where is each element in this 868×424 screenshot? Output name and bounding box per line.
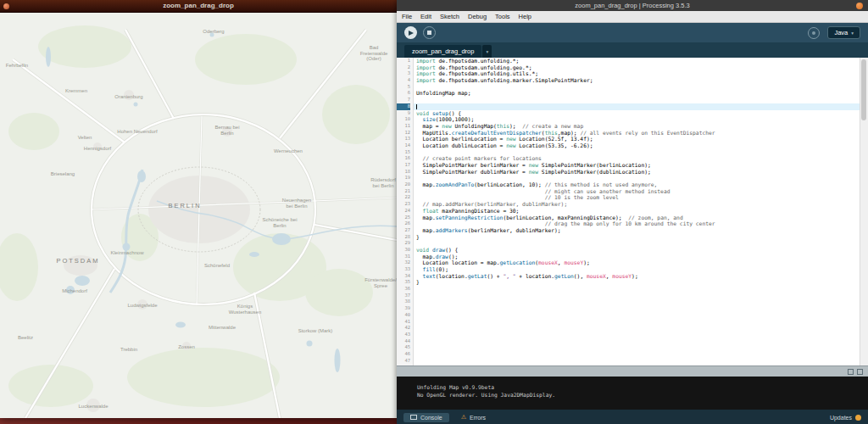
code-line[interactable] bbox=[416, 325, 860, 332]
town-label: Fehrbellin bbox=[6, 63, 28, 69]
line-number: 34 bbox=[397, 273, 410, 280]
menu-tools[interactable]: Tools bbox=[495, 13, 510, 20]
code-line[interactable]: map.addMarkers(berlinMarker, dublinMarke… bbox=[416, 227, 860, 234]
code-line[interactable] bbox=[416, 97, 860, 103]
sketch-tab[interactable]: zoom_pan_drag_drop bbox=[404, 45, 481, 58]
code-line[interactable]: void draw() { bbox=[416, 247, 860, 254]
line-number: 39 bbox=[397, 305, 410, 312]
code-line[interactable] bbox=[416, 305, 860, 312]
code-line[interactable]: map.zoomAndPanTo(berlinLocation, 10); //… bbox=[416, 181, 860, 188]
map-canvas[interactable]: OderbergBadFreienwalde(Oder)FehrbellinKr… bbox=[0, 13, 397, 418]
town-label: Bernau beiBerlin bbox=[214, 125, 239, 136]
window-close-button[interactable] bbox=[3, 3, 9, 9]
code-line[interactable] bbox=[416, 149, 860, 156]
console-collapse-icon[interactable] bbox=[857, 369, 863, 375]
code-line[interactable]: Location location = map.getLocation(mous… bbox=[416, 259, 860, 266]
run-button[interactable] bbox=[404, 26, 417, 39]
code-line[interactable]: // might can use another method instead bbox=[416, 188, 860, 195]
code-line[interactable]: SimplePointMarker berlinMarker = new Sim… bbox=[416, 162, 860, 169]
line-number: 30 bbox=[397, 247, 410, 254]
code-editor[interactable]: 1234567891011121314151617181920212223242… bbox=[397, 58, 868, 365]
menu-sketch[interactable]: Sketch bbox=[440, 13, 459, 20]
line-number: 36 bbox=[397, 286, 410, 293]
editor-scrollbar[interactable] bbox=[860, 58, 868, 365]
town-label: Schönefeld bbox=[204, 263, 230, 269]
code-line[interactable]: map.setPanningRestriction(berlinLocation… bbox=[416, 215, 860, 221]
code-line[interactable] bbox=[416, 312, 860, 319]
code-line[interactable]: SimplePointMarker dublinMarker = new Sim… bbox=[416, 169, 860, 176]
town-label: Michendorf bbox=[62, 288, 87, 294]
console-tab-label: Console bbox=[420, 415, 442, 421]
code-line[interactable]: MapUtils.createDefaultEventDispatcher(th… bbox=[416, 130, 860, 137]
text-cursor bbox=[416, 104, 417, 109]
code-line[interactable]: } bbox=[416, 279, 860, 286]
code-line[interactable]: Location berlinLocation = new Location(5… bbox=[416, 136, 860, 142]
line-number: 6 bbox=[397, 90, 410, 97]
tab-console[interactable]: Console bbox=[403, 413, 449, 422]
code-line[interactable]: import de.fhpotsdam.unfolding.geo.*; bbox=[416, 64, 860, 71]
code-line[interactable]: import de.fhpotsdam.unfolding.*; bbox=[416, 58, 860, 64]
code-pane[interactable]: import de.fhpotsdam.unfolding.*;import d… bbox=[414, 58, 860, 365]
debug-icon bbox=[812, 31, 815, 35]
code-line[interactable]: // create point markers for locations bbox=[416, 155, 860, 162]
code-line[interactable] bbox=[416, 344, 860, 351]
line-number: 5 bbox=[397, 84, 410, 91]
town-label: Beelitz bbox=[18, 335, 33, 341]
code-line[interactable] bbox=[416, 175, 860, 181]
debug-toggle-button[interactable] bbox=[808, 27, 820, 39]
code-line[interactable] bbox=[416, 332, 860, 338]
code-line[interactable]: float maxPanningDistance = 30; bbox=[416, 208, 860, 215]
line-number: 9 bbox=[397, 110, 410, 117]
code-line[interactable] bbox=[416, 319, 860, 326]
code-line[interactable]: // drag the map only for 10 km around th… bbox=[416, 220, 860, 227]
code-line[interactable]: Location dublinLocation = new Location(5… bbox=[416, 142, 860, 149]
code-line[interactable] bbox=[416, 351, 860, 358]
town-label: Oranienburg bbox=[114, 94, 142, 100]
menu-debug[interactable]: Debug bbox=[468, 13, 487, 20]
line-number: 35 bbox=[397, 279, 410, 286]
code-line[interactable] bbox=[414, 103, 860, 110]
mode-selector-button[interactable]: Java ▾ bbox=[827, 26, 860, 39]
stop-button[interactable] bbox=[423, 26, 436, 39]
code-line[interactable] bbox=[416, 286, 860, 293]
code-line[interactable]: map = new UnfoldingMap(this); // create … bbox=[416, 123, 860, 130]
tab-errors[interactable]: ⚠ Errors bbox=[458, 412, 489, 422]
line-number: 13 bbox=[397, 136, 410, 142]
code-line[interactable]: text(location.getLat() + ", " + location… bbox=[416, 273, 860, 280]
code-line[interactable]: // map.addMarker(berlinMarker, dublinMar… bbox=[416, 201, 860, 208]
menu-file[interactable]: File bbox=[402, 13, 412, 20]
code-line[interactable]: size(1000,1000); bbox=[416, 116, 860, 123]
town-label: Schöneiche beiBerlin bbox=[262, 217, 297, 228]
menu-help[interactable]: Help bbox=[519, 13, 531, 20]
console-expand-icon[interactable] bbox=[848, 369, 854, 375]
line-number: 7 bbox=[397, 97, 410, 103]
map-window-title: zoom_pan_drag_drop bbox=[0, 0, 397, 12]
town-label: Neuenhagenbei Berlin bbox=[282, 198, 311, 209]
updates-indicator[interactable]: Updates bbox=[830, 415, 861, 421]
console-line: Unfolding Map v0.9.9beta bbox=[417, 384, 868, 392]
code-line[interactable]: void setup() { bbox=[416, 110, 860, 117]
scrollbar-thumb[interactable] bbox=[861, 59, 866, 120]
code-line[interactable] bbox=[416, 84, 860, 91]
line-number: 20 bbox=[397, 181, 410, 188]
errors-tab-label: Errors bbox=[470, 415, 486, 421]
tab-menu-button[interactable]: ▾ bbox=[482, 45, 492, 58]
code-line[interactable] bbox=[416, 293, 860, 299]
code-line[interactable]: import de.fhpotsdam.unfolding.utils.*; bbox=[416, 70, 860, 77]
ide-titlebar[interactable]: zoom_pan_drag_drop | Processing 3.5.3 bbox=[397, 0, 868, 11]
code-line[interactable]: map.draw(); bbox=[416, 254, 860, 260]
code-line[interactable]: fill(0); bbox=[416, 266, 860, 273]
menu-edit[interactable]: Edit bbox=[420, 13, 431, 20]
code-line[interactable] bbox=[416, 298, 860, 305]
code-line[interactable]: import de.fhpotsdam.unfolding.marker.Sim… bbox=[416, 77, 860, 84]
code-line[interactable] bbox=[416, 358, 860, 365]
code-line[interactable]: UnfoldingMap map; bbox=[416, 90, 860, 97]
code-line[interactable] bbox=[416, 240, 860, 247]
town-label: Luckenwalde bbox=[78, 404, 108, 410]
line-number: 40 bbox=[397, 312, 410, 319]
code-line[interactable]: } bbox=[416, 234, 860, 241]
town-label: Brieselang bbox=[51, 171, 75, 177]
code-line[interactable] bbox=[416, 338, 860, 345]
map-window-titlebar[interactable]: zoom_pan_drag_drop bbox=[0, 0, 397, 13]
code-line[interactable]: // 10 is the zoom level bbox=[416, 194, 860, 201]
